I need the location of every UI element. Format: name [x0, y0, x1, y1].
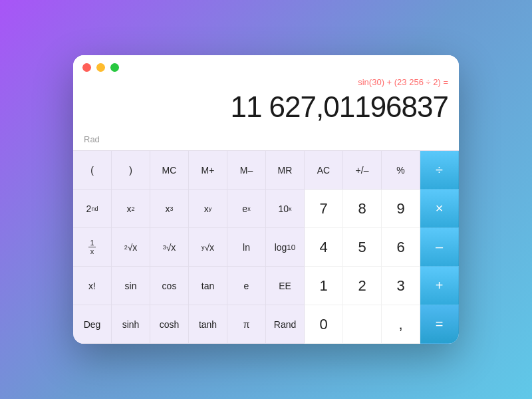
close-button[interactable]: [82, 63, 91, 72]
btn-sin[interactable]: sin: [112, 267, 150, 305]
btn-8[interactable]: 8: [343, 190, 382, 228]
mode-label-container: Rad: [73, 132, 459, 150]
btn-plusminus[interactable]: +/–: [343, 151, 382, 190]
btn-6[interactable]: 6: [382, 228, 420, 267]
btn-percent[interactable]: %: [382, 151, 420, 190]
btn-5[interactable]: 5: [343, 228, 382, 267]
btn-sqrt2[interactable]: 2√x: [112, 228, 150, 267]
btn-xy[interactable]: xy: [189, 190, 227, 228]
btn-comma[interactable]: ,: [382, 305, 420, 344]
btn-mr[interactable]: MR: [266, 151, 305, 190]
title-bar: [73, 55, 459, 72]
btn-1[interactable]: 1: [305, 267, 343, 305]
btn-x3[interactable]: x3: [150, 190, 189, 228]
btn-empty: [343, 305, 382, 344]
btn-cos[interactable]: cos: [150, 267, 189, 305]
button-grid: ( ) MC M+ M– MR AC +/– % ÷ 2nd x2 x3 xy …: [73, 151, 459, 344]
btn-open-paren[interactable]: (: [73, 151, 112, 190]
btn-4[interactable]: 4: [305, 228, 343, 267]
btn-0[interactable]: 0: [305, 305, 343, 344]
btn-ln[interactable]: ln: [227, 228, 266, 267]
btn-tan[interactable]: tan: [189, 267, 227, 305]
btn-pi[interactable]: π: [227, 305, 266, 344]
btn-tanh[interactable]: tanh: [189, 305, 227, 344]
fraction-display: 1 x: [88, 239, 95, 255]
btn-multiply[interactable]: ×: [420, 190, 459, 228]
btn-add[interactable]: +: [420, 267, 459, 305]
btn-cosh[interactable]: cosh: [150, 305, 189, 344]
btn-deg[interactable]: Deg: [73, 305, 112, 344]
btn-x2[interactable]: x2: [112, 190, 150, 228]
btn-2nd[interactable]: 2nd: [73, 190, 112, 228]
btn-9[interactable]: 9: [382, 190, 420, 228]
result-display: 11 627,01196837: [84, 90, 448, 124]
btn-mc[interactable]: MC: [150, 151, 189, 190]
btn-ee[interactable]: EE: [266, 267, 305, 305]
btn-sinh[interactable]: sinh: [112, 305, 150, 344]
minimize-button[interactable]: [96, 63, 105, 72]
btn-2[interactable]: 2: [343, 267, 382, 305]
btn-3[interactable]: 3: [382, 267, 420, 305]
btn-sqrty[interactable]: y√x: [189, 228, 227, 267]
expression-display: sin(30) + (23 256 ÷ 2) =: [84, 77, 448, 89]
btn-mminus[interactable]: M–: [227, 151, 266, 190]
btn-ac[interactable]: AC: [305, 151, 343, 190]
btn-divide[interactable]: ÷: [420, 151, 459, 190]
calculator-window: sin(30) + (23 256 ÷ 2) = 11 627,01196837…: [73, 55, 459, 344]
btn-rand[interactable]: Rand: [266, 305, 305, 344]
btn-equals[interactable]: =: [420, 305, 459, 344]
btn-ex[interactable]: ex: [227, 190, 266, 228]
btn-close-paren[interactable]: ): [112, 151, 150, 190]
btn-7[interactable]: 7: [305, 190, 343, 228]
btn-sqrt3[interactable]: 3√x: [150, 228, 189, 267]
btn-10x[interactable]: 10x: [266, 190, 305, 228]
btn-reciprocal[interactable]: 1 x: [73, 228, 112, 267]
mode-label: Rad: [84, 134, 100, 144]
btn-log10[interactable]: log10: [266, 228, 305, 267]
display: sin(30) + (23 256 ÷ 2) = 11 627,01196837: [73, 72, 459, 132]
btn-subtract[interactable]: –: [420, 228, 459, 267]
maximize-button[interactable]: [110, 63, 119, 72]
btn-e[interactable]: e: [227, 267, 266, 305]
btn-mplus[interactable]: M+: [189, 151, 227, 190]
btn-factorial[interactable]: x!: [73, 267, 112, 305]
